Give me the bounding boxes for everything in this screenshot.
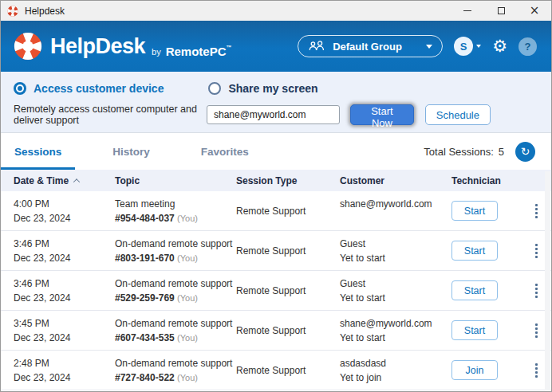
settings-button[interactable]: ⚙ [492,38,507,55]
column-session-type[interactable]: Session Type [236,175,340,186]
cell-more [532,241,541,261]
sort-ascending-icon [73,178,80,185]
cell-technician: Start [451,320,519,340]
tab-favorites[interactable]: Favorites [187,133,262,170]
table-row: 3:46 PM Dec 23, 2024 On-demand remote su… [1,231,551,271]
refresh-button[interactable]: ↻ [515,142,535,162]
cell-date-time: 4:00 PM Dec 23, 2024 [14,191,115,225]
minimize-button[interactable] [451,1,484,21]
session-action-button[interactable]: Start [451,280,498,300]
cell-date-time: 3:46 PM Dec 23, 2024 [14,271,115,305]
group-selector[interactable]: Default Group [298,35,443,57]
cell-customer: Guest Yet to start [340,271,451,305]
radio-share-my-screen[interactable]: Share my screen [208,82,317,95]
chevron-down-icon [476,45,481,48]
table-body: 4:00 PM Dec 23, 2024 Team meeting #954-4… [1,191,551,391]
minimize-icon [463,10,471,11]
cell-date-time: 3:45 PM Dec 23, 2024 [14,311,115,345]
total-sessions-label: Total Sessions: [424,146,493,158]
start-now-button[interactable]: Start Now [350,104,414,125]
cell-more [532,360,541,381]
column-technician[interactable]: Technician [451,175,519,186]
cell-customer: Guest Yet to start [340,231,451,265]
radio-unselected-icon [208,82,221,95]
group-selector-label: Default Group [333,41,402,53]
lifebuoy-logo-icon [14,32,42,61]
titlebar: Helpdesk × [1,1,551,21]
cell-session-type: Remote Support [236,323,340,338]
cell-customer: shane@myworld.com [340,191,451,211]
mode-radio-group: Access customer device Share my screen [14,82,538,95]
close-button[interactable]: × [518,1,551,21]
more-options-icon[interactable] [532,360,541,381]
cell-more [532,201,541,221]
brand-suffix: RemotePC™ [166,45,232,61]
more-options-icon[interactable] [532,201,541,221]
brand-by: by [152,47,161,61]
radio-access-customer-device[interactable]: Access customer device [14,82,164,95]
help-button[interactable]: ? [518,37,537,56]
gear-icon: ⚙ [492,38,507,55]
radio-share-label: Share my screen [228,82,317,95]
app-icon [7,6,18,17]
cell-session-type: Remote Support [236,284,340,298]
column-date-time[interactable]: Date & Time [14,175,115,186]
table-row: 3:45 PM Dec 23, 2024 On-demand remote su… [1,311,551,351]
column-customer[interactable]: Customer [340,175,451,186]
cell-session-type: Remote Support [236,363,340,378]
cell-technician: Start [451,241,519,261]
customer-email-input[interactable] [207,105,340,124]
brand: HelpDesk by RemotePC™ [14,32,232,61]
cell-date-time: 3:46 PM Dec 23, 2024 [14,231,115,265]
helpdesk-window: Helpdesk × HelpDesk by RemotePC™ [0,0,552,392]
table-row: 3:46 PM Dec 23, 2024 On-demand remote su… [1,271,551,311]
account-menu[interactable]: S [454,37,481,56]
cell-topic: On-demand remote support #607-434-535 (Y… [115,311,236,345]
session-start-panel: Access customer device Share my screen R… [1,72,551,133]
cell-more [532,280,541,301]
app-header: HelpDesk by RemotePC™ Default Group S [1,21,551,72]
more-options-icon[interactable] [532,320,541,341]
close-icon: × [530,5,540,17]
cell-date-time: 2:48 PM Dec 23, 2024 [14,351,115,385]
help-icon: ? [518,37,537,56]
cell-technician: Join [451,360,519,380]
cell-topic: On-demand remote support #727-840-522 (Y… [115,351,236,385]
cell-more [532,320,541,341]
table-header: Date & Time Topic Session Type Customer … [1,170,551,191]
cell-session-type: Remote Support [236,204,340,218]
schedule-button[interactable]: Schedule [425,104,491,125]
total-sessions: Total Sessions: 5 [424,146,504,158]
maximize-button[interactable] [484,1,518,21]
session-action-button[interactable]: Start [451,201,498,221]
cell-session-type: Remote Support [236,244,340,258]
tab-history[interactable]: History [99,133,164,170]
start-session-row: Remotely access customer computer and de… [14,104,538,126]
column-topic[interactable]: Topic [115,175,236,186]
tab-sessions[interactable]: Sessions [1,133,75,170]
cell-customer: shane@myworld.com Yet to start [340,311,451,345]
session-action-button[interactable]: Start [451,320,498,340]
cell-topic: On-demand remote support #803-191-670 (Y… [115,231,236,265]
vertical-scrollbar[interactable] [545,171,550,390]
radio-selected-icon [14,82,26,95]
window-title: Helpdesk [25,6,65,17]
trademark: ™ [227,45,232,50]
mode-description: Remotely access customer computer and de… [14,104,207,126]
more-options-icon[interactable] [532,280,541,301]
brand-name: HelpDesk [50,34,145,59]
chevron-down-icon [426,45,432,49]
table-row: 2:48 PM Dec 23, 2024 On-demand remote su… [1,351,551,390]
session-action-button[interactable]: Join [451,360,498,380]
group-icon [308,41,325,52]
refresh-icon: ↻ [521,146,530,157]
cell-topic: On-demand remote support #529-259-769 (Y… [115,271,236,305]
table-row: 4:00 PM Dec 23, 2024 Team meeting #954-4… [1,191,551,231]
cell-technician: Start [451,280,519,300]
total-sessions-count: 5 [499,146,504,158]
radio-access-label: Access customer device [34,82,164,95]
maximize-icon [498,7,505,14]
more-options-icon[interactable] [532,241,541,261]
cell-customer: asdasdasd Yet to join [340,351,451,385]
session-action-button[interactable]: Start [451,241,498,261]
